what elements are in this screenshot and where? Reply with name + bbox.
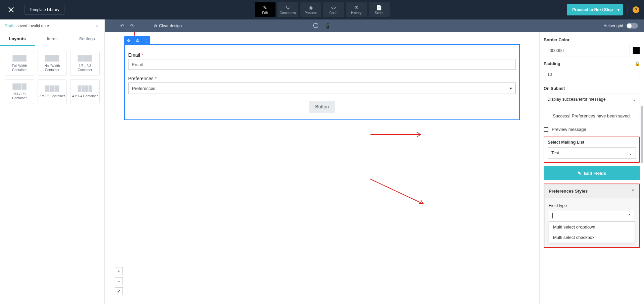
on-submit-select[interactable]: Display success/error message ⌄ xyxy=(544,94,640,105)
history-icon: ✉ xyxy=(354,5,358,10)
drafts-link[interactable]: Drafts xyxy=(5,23,15,28)
layout-tile[interactable]: 1/3 - 2/3 Container xyxy=(70,51,100,76)
topnav-left: Template Library xyxy=(5,3,64,16)
nav-comments[interactable]: 🗨Comments xyxy=(278,2,298,17)
close-icon[interactable] xyxy=(5,3,17,16)
select-mailing-select[interactable]: Test ⌄ xyxy=(548,147,636,159)
topnav-center: ✎Edit 🗨Comments ◉Preview <>Code ✉History… xyxy=(255,2,390,17)
nav-label: Edit xyxy=(262,11,268,15)
tab-layouts[interactable]: Layouts xyxy=(0,32,35,46)
chevron-up-icon: ⌃ xyxy=(631,189,635,194)
desktop-icon[interactable]: 🖵 xyxy=(313,23,318,29)
help-icon[interactable]: ? xyxy=(633,6,639,13)
nav-label: Comments xyxy=(280,11,296,15)
border-color-input[interactable] xyxy=(544,45,630,56)
layout-tile[interactable]: Half Width Container xyxy=(38,51,67,76)
color-swatch[interactable] xyxy=(633,47,640,54)
clear-icon: ⊘ xyxy=(154,23,157,28)
form-submit-button[interactable]: Button xyxy=(309,101,335,113)
helper-grid-toggle[interactable]: Helper grid xyxy=(603,23,638,29)
select-mailing-label: Select Mailing List xyxy=(548,140,636,145)
layout-thumb xyxy=(45,55,59,62)
canvas-area: ✥ ✲ ⋮ Email * Preferences * Preferences … xyxy=(105,32,539,304)
layout-label: 2/3 - 1/3 Container xyxy=(6,92,33,100)
secondbar-left: ↶ ↷ ⊘ Clear design xyxy=(120,23,182,29)
helper-grid-label: Helper grid xyxy=(603,23,623,28)
email-field[interactable] xyxy=(128,59,516,70)
nav-history[interactable]: ✉History xyxy=(346,2,367,17)
toggle-switch[interactable] xyxy=(627,23,638,29)
nav-code[interactable]: <>Code xyxy=(323,2,344,17)
padding-input[interactable] xyxy=(544,69,640,80)
nav-label: History xyxy=(351,11,361,15)
on-submit-value: Display success/error message xyxy=(547,97,606,102)
layout-tile[interactable]: 4 x 1/4 Container xyxy=(70,79,100,104)
layout-label: 1/3 - 2/3 Container xyxy=(72,64,98,72)
field-type-select[interactable]: ⌃ xyxy=(549,210,635,221)
checkbox-icon[interactable] xyxy=(544,127,548,132)
email-label: Email * xyxy=(128,52,516,58)
nav-edit[interactable]: ✎Edit xyxy=(255,2,276,17)
scrollbar[interactable] xyxy=(641,32,643,304)
code-icon: <> xyxy=(331,5,336,10)
layout-tile[interactable]: Full Width Container xyxy=(5,51,34,76)
block-toolbar: ✥ ✲ ⋮ xyxy=(124,36,150,45)
preview-message-checkbox-row[interactable]: Preview message xyxy=(544,127,640,132)
layout-thumb xyxy=(78,85,92,92)
annotation-arrow-icon xyxy=(370,126,424,143)
field-type-option[interactable]: Multi select dropdown xyxy=(549,222,635,232)
proceed-button[interactable]: Proceed to Next Step xyxy=(567,4,623,15)
on-submit-label: On Submit xyxy=(544,86,640,91)
more-icon[interactable]: ⋮ xyxy=(142,36,150,45)
preferences-label: Preferences * xyxy=(128,76,516,81)
nav-script[interactable]: 📄Script xyxy=(369,2,390,17)
layout-label: Half Width Container xyxy=(39,64,65,72)
clear-design-label: Clear design xyxy=(159,23,182,28)
zoom-out-button[interactable]: － xyxy=(115,277,123,285)
layout-label: Full Width Container xyxy=(6,64,33,72)
layout-tile[interactable]: 3 x 1/3 Container xyxy=(38,79,67,104)
edit-fields-label: Edit Fields xyxy=(584,171,606,176)
mobile-icon[interactable]: 📱 xyxy=(325,23,331,29)
layout-thumb xyxy=(12,83,27,90)
preferences-styles-label: Preferences Styles xyxy=(549,189,588,194)
clear-design-button[interactable]: ⊘ Clear design xyxy=(154,23,182,28)
edit-fields-button[interactable]: ✎ Edit Fields xyxy=(544,166,640,180)
zoom-in-button[interactable]: ＋ xyxy=(115,267,123,275)
chevron-down-icon: ⌄ xyxy=(629,151,632,156)
select-mailing-value: Test xyxy=(551,151,559,155)
preferences-select[interactable]: Preferences ▾ xyxy=(128,83,516,94)
field-type-option[interactable]: Multi select checkbox xyxy=(549,232,635,243)
preferences-styles-header[interactable]: Preferences Styles ⌃ xyxy=(544,184,639,198)
right-panel: Border Color Padding 🔒 On Submit Display… xyxy=(539,32,644,304)
preview-message-label: Preview message xyxy=(552,127,586,132)
zoom-fit-button[interactable]: ⤢ xyxy=(115,287,123,295)
chevron-down-icon: ▾ xyxy=(510,86,512,91)
comments-icon: 🗨 xyxy=(286,5,290,10)
collapse-panel-icon[interactable]: ⇤ xyxy=(96,23,100,29)
layout-tile[interactable]: 2/3 - 1/3 Container xyxy=(5,79,34,104)
preferences-styles-body: Field type ⌃ Multi select dropdown Multi… xyxy=(544,198,639,247)
left-panel-tabs: Layouts Items Settings xyxy=(0,32,104,46)
form-block[interactable]: ✥ ✲ ⋮ Email * Preferences * Preferences … xyxy=(124,44,520,120)
template-library-button[interactable]: Template Library xyxy=(24,5,64,15)
move-icon[interactable]: ✥ xyxy=(124,36,133,45)
lock-icon[interactable]: 🔒 xyxy=(635,61,640,66)
settings-icon[interactable]: ✲ xyxy=(133,36,142,45)
drafts-rest: saved Invalid date xyxy=(15,23,49,28)
device-switch: 🖵 📱 xyxy=(313,23,331,29)
preferences-value: Preferences xyxy=(132,86,155,91)
tab-settings[interactable]: Settings xyxy=(69,32,104,46)
annotation-highlight-box: Select Mailing List Test ⌄ xyxy=(544,137,640,163)
zoom-controls: ＋ － ⤢ xyxy=(115,267,123,295)
padding-label: Padding 🔒 xyxy=(544,61,640,66)
layout-thumb xyxy=(45,85,59,92)
layout-label: 3 x 1/3 Container xyxy=(39,94,65,98)
tab-items[interactable]: Items xyxy=(35,32,70,46)
nav-preview[interactable]: ◉Preview xyxy=(300,2,321,17)
topnav-right: Proceed to Next Step ? xyxy=(567,4,639,15)
layout-thumb xyxy=(78,55,92,62)
chevron-down-icon: ⌄ xyxy=(633,97,636,102)
redo-icon[interactable]: ↷ xyxy=(130,23,134,29)
undo-icon[interactable]: ↶ xyxy=(120,23,124,29)
